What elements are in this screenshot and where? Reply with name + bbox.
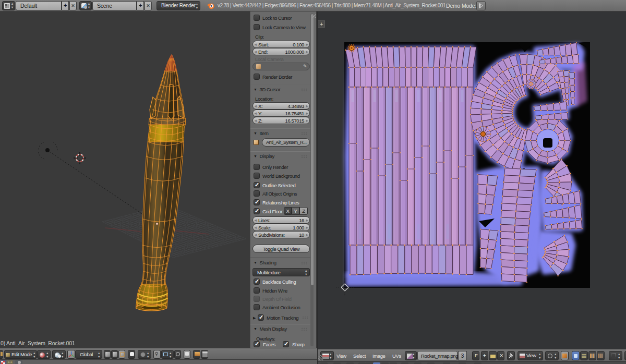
svg-text:0) Anti_Air_System_Rocket.001: 0) Anti_Air_System_Rocket.001	[1, 340, 75, 346]
